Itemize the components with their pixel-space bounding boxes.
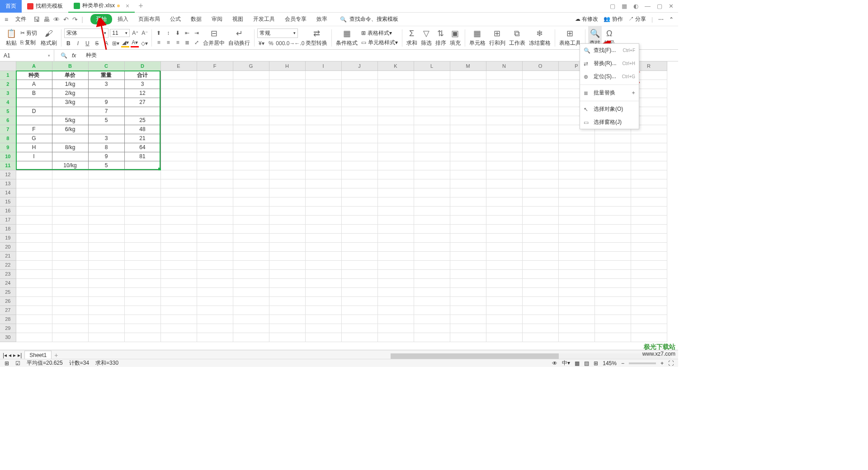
cell-E22[interactable] — [160, 260, 197, 269]
cell-I24[interactable] — [305, 278, 341, 287]
cell-Q18[interactable] — [594, 224, 631, 233]
cell-B25[interactable] — [52, 287, 88, 296]
fill-button[interactable]: ▣填充 — [448, 26, 462, 49]
row-header-29[interactable]: 29 — [0, 324, 16, 333]
cell-F3[interactable] — [197, 89, 233, 98]
cell-I12[interactable] — [305, 170, 341, 179]
cell-D4[interactable]: 27 — [124, 98, 160, 107]
cell-A19[interactable] — [16, 233, 52, 242]
cell-J27[interactable] — [341, 306, 377, 315]
grid-apps-icon[interactable]: ▦ — [622, 3, 627, 9]
cell-K17[interactable] — [377, 215, 414, 224]
cell-J2[interactable] — [341, 80, 377, 89]
cell-I15[interactable] — [305, 197, 341, 206]
cell-E29[interactable] — [160, 324, 197, 333]
cell-E28[interactable] — [160, 315, 197, 324]
cell-L19[interactable] — [414, 233, 450, 242]
cell-B1[interactable]: 单价 — [52, 70, 88, 80]
fill-color-button[interactable]: ◢▾ — [121, 39, 129, 47]
menu-view[interactable]: 视图 — [228, 14, 248, 25]
cell-J19[interactable] — [341, 233, 377, 242]
row-header-18[interactable]: 18 — [0, 224, 16, 233]
cell-J24[interactable] — [341, 278, 377, 287]
cell-G18[interactable] — [233, 224, 269, 233]
cell-C9[interactable]: 8 — [88, 143, 124, 152]
zoom-in-icon[interactable]: + — [660, 360, 664, 367]
cell-B12[interactable] — [52, 170, 88, 179]
cell-E10[interactable] — [160, 152, 197, 161]
cell-M22[interactable] — [450, 260, 486, 269]
cell-B10[interactable] — [52, 152, 88, 161]
cell-Q28[interactable] — [594, 315, 631, 324]
menu-layout[interactable]: 页面布局 — [134, 14, 165, 25]
cell-F7[interactable] — [197, 125, 233, 134]
name-box[interactable]: A1▾ — [0, 50, 54, 61]
cell-N21[interactable] — [486, 251, 522, 260]
sheet-last-icon[interactable]: ▸| — [18, 352, 22, 358]
cell-B24[interactable] — [52, 278, 88, 287]
cell-K14[interactable] — [377, 188, 414, 197]
cell-K10[interactable] — [377, 152, 414, 161]
cell-I25[interactable] — [305, 287, 341, 296]
cell-I6[interactable] — [305, 116, 341, 125]
cell-F6[interactable] — [197, 116, 233, 125]
row-header-30[interactable]: 30 — [0, 333, 16, 342]
cell-C27[interactable] — [88, 306, 124, 315]
cell-R19[interactable] — [631, 233, 667, 242]
row-header-20[interactable]: 20 — [0, 242, 16, 251]
row-header-19[interactable]: 19 — [0, 233, 16, 242]
cell-F27[interactable] — [197, 306, 233, 315]
cell-E26[interactable] — [160, 296, 197, 306]
cell-G12[interactable] — [233, 170, 269, 179]
cell-L10[interactable] — [414, 152, 450, 161]
cell-D8[interactable]: 21 — [124, 134, 160, 143]
cell-O7[interactable] — [522, 125, 558, 134]
cell-D21[interactable] — [124, 251, 160, 260]
cell-R17[interactable] — [631, 215, 667, 224]
zoom-level[interactable]: 145% — [603, 360, 617, 367]
cell-G3[interactable] — [233, 89, 269, 98]
cell-P9[interactable] — [558, 143, 594, 152]
cell-G19[interactable] — [233, 233, 269, 242]
cell-O26[interactable] — [522, 296, 558, 306]
cell-G20[interactable] — [233, 242, 269, 251]
save-icon[interactable]: 🖫 — [33, 16, 40, 23]
cell-L11[interactable] — [414, 161, 450, 170]
cell-R16[interactable] — [631, 206, 667, 215]
cond-format-button[interactable]: ▦条件格式 — [335, 26, 359, 49]
command-search[interactable]: 🔍 查找命令、搜索模板 — [340, 15, 398, 23]
cell-E18[interactable] — [160, 224, 197, 233]
cell-Q23[interactable] — [594, 269, 631, 278]
cell-F11[interactable] — [197, 161, 233, 170]
cell-J22[interactable] — [341, 260, 377, 269]
cell-I3[interactable] — [305, 89, 341, 98]
cell-H4[interactable] — [269, 98, 305, 107]
menu-start[interactable]: 开始 — [90, 14, 112, 24]
cell-L20[interactable] — [414, 242, 450, 251]
preview-icon[interactable]: 👁 — [53, 16, 60, 23]
align-middle-icon[interactable]: ↕ — [164, 29, 172, 37]
cell-B27[interactable] — [52, 306, 88, 315]
cell-R11[interactable] — [631, 161, 667, 170]
cell-C1[interactable]: 重量 — [88, 70, 124, 80]
cell-L3[interactable] — [414, 89, 450, 98]
col-header-B[interactable]: B — [52, 61, 88, 70]
row-header-1[interactable]: 1 — [0, 70, 16, 80]
cell-C13[interactable] — [88, 179, 124, 188]
cell-E8[interactable] — [160, 134, 197, 143]
cell-E14[interactable] — [160, 188, 197, 197]
cell-N30[interactable] — [486, 333, 522, 342]
cell-G29[interactable] — [233, 324, 269, 333]
dec-inc-icon[interactable]: .0→ — [286, 39, 294, 47]
cell-H20[interactable] — [269, 242, 305, 251]
cell-C18[interactable] — [88, 224, 124, 233]
cell-O22[interactable] — [522, 260, 558, 269]
cell-F29[interactable] — [197, 324, 233, 333]
cell-N9[interactable] — [486, 143, 522, 152]
cell-M7[interactable] — [450, 125, 486, 134]
align-right-icon[interactable]: ≡ — [174, 38, 182, 47]
cell-G25[interactable] — [233, 287, 269, 296]
cell-M10[interactable] — [450, 152, 486, 161]
cell-H3[interactable] — [269, 89, 305, 98]
cell-M15[interactable] — [450, 197, 486, 206]
